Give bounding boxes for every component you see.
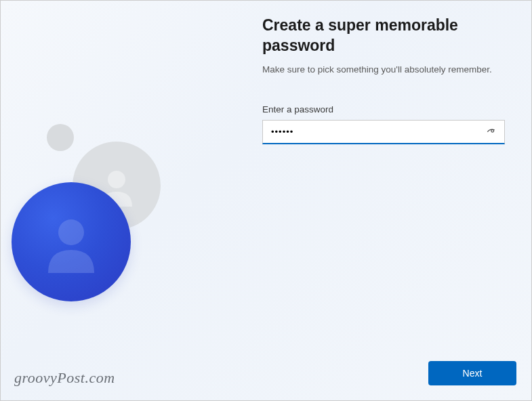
eye-icon (486, 125, 498, 138)
reveal-password-button[interactable] (480, 120, 504, 143)
password-input[interactable] (263, 127, 480, 137)
svg-point-1 (58, 219, 84, 245)
main-content: Create a super memorable password Make s… (262, 16, 506, 144)
watermark-text: groovyPost.com (14, 369, 115, 387)
next-button[interactable]: Next (428, 361, 516, 385)
account-illustration (1, 116, 204, 319)
password-input-container[interactable] (262, 120, 505, 144)
page-title: Create a super memorable password (262, 16, 506, 56)
password-label: Enter a password (262, 104, 506, 114)
page-subtitle: Make sure to pick something you'll absol… (262, 64, 506, 75)
user-icon (37, 208, 105, 276)
svg-point-2 (491, 130, 494, 133)
svg-point-0 (108, 171, 125, 188)
primary-user-avatar (12, 182, 131, 301)
decorative-circle (47, 124, 74, 151)
